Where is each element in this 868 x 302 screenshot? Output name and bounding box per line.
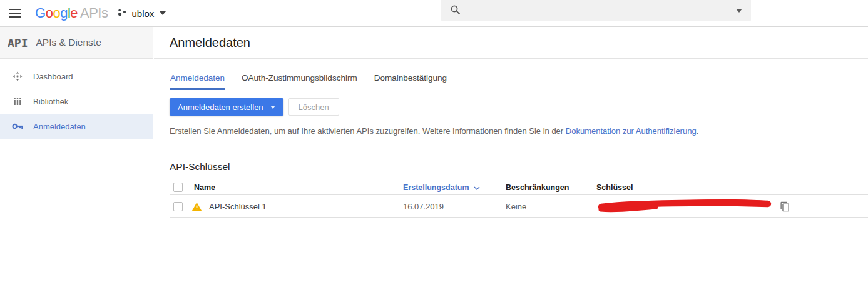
logo-letter: g (60, 5, 68, 21)
top-app-bar: Google APIs ublox (0, 0, 868, 27)
delete-button[interactable]: Löschen (288, 98, 339, 116)
sidebar-item-credentials[interactable]: Anmeldedaten (0, 114, 153, 139)
sidebar-product-title: APIs & Dienste (36, 37, 101, 48)
tab-domain-verification[interactable]: Domainbestätigung (374, 68, 447, 90)
page-title: Anmeldedaten (170, 36, 250, 50)
select-all-checkbox[interactable] (173, 183, 183, 192)
key-name[interactable]: API-Schlüssel 1 (209, 202, 267, 211)
description-before: Erstellen Sie Anmeldedaten, um auf Ihre … (170, 126, 566, 136)
key-restrictions: Keine (506, 202, 596, 211)
library-icon (10, 96, 25, 106)
main-content: Anmeldedaten Anmeldedaten OAuth-Zustimmu… (154, 27, 868, 302)
api-keys-table: Name Erstellungsdatum Beschränkungen Sch… (170, 180, 868, 218)
chevron-down-icon (270, 106, 275, 109)
sort-chevron-icon (474, 183, 480, 192)
api-keys-section-title: API-Schlüssel (170, 161, 868, 173)
key-created-date: 16.07.2019 (403, 202, 506, 211)
tab-oauth-consent[interactable]: OAuth-Zustimmungsbildschirm (241, 68, 358, 90)
search-icon (450, 4, 461, 18)
page-header: Anmeldedaten (154, 27, 868, 59)
column-header-created[interactable]: Erstellungsdatum (403, 183, 506, 192)
create-credentials-label: Anmeldedaten erstellen (178, 103, 263, 112)
copy-icon[interactable] (780, 201, 790, 212)
key-value-redacted (596, 195, 780, 218)
auth-docs-link[interactable]: Dokumentation zur Authentifizierung (566, 126, 697, 136)
google-apis-logo: Google APIs (35, 5, 108, 21)
logo-letter: e (70, 5, 78, 21)
sidebar-item-label: Anmeldedaten (33, 122, 86, 131)
sidebar-product-header: API APIs & Dienste (0, 27, 153, 59)
description-text: Erstellen Sie Anmeldedaten, um auf Ihre … (170, 126, 868, 136)
sidebar-nav: Dashboard Bibliothek (0, 64, 153, 139)
tab-bar: Anmeldedaten OAuth-Zustimmungsbildschirm… (170, 68, 868, 90)
project-name: ublox (131, 8, 154, 19)
menu-icon[interactable] (9, 9, 21, 18)
table-row: API-Schlüssel 1 16.07.2019 Keine (170, 195, 868, 218)
create-credentials-button[interactable]: Anmeldedaten erstellen (170, 98, 283, 116)
column-header-created-label: Erstellungsdatum (403, 183, 469, 192)
search-input[interactable] (441, 0, 751, 21)
key-name-cell: API-Schlüssel 1 (194, 202, 403, 211)
project-selector[interactable]: ublox (118, 7, 166, 20)
column-header-restrictions[interactable]: Beschränkungen (506, 183, 596, 192)
tab-credentials[interactable]: Anmeldedaten (170, 68, 225, 90)
toolbar: Anmeldedaten erstellen Löschen (170, 98, 868, 116)
key-icon (10, 122, 25, 131)
project-dots-icon (118, 7, 127, 20)
sidebar-item-library[interactable]: Bibliothek (0, 89, 153, 114)
table-header-row: Name Erstellungsdatum Beschränkungen Sch… (170, 180, 868, 195)
search-dropdown-icon[interactable] (736, 9, 742, 13)
api-product-icon: API (8, 36, 28, 49)
sidebar-item-label: Dashboard (33, 72, 73, 81)
logo-letter: o (46, 5, 53, 21)
column-header-key[interactable]: Schlüssel (596, 183, 780, 192)
sidebar: API APIs & Dienste Dashboard (0, 27, 153, 302)
sidebar-item-label: Bibliothek (33, 97, 68, 106)
sidebar-item-dashboard[interactable]: Dashboard (0, 64, 153, 89)
row-checkbox[interactable] (173, 202, 183, 211)
column-header-name[interactable]: Name (194, 183, 403, 192)
logo-letter: G (35, 5, 46, 21)
description-after: . (697, 126, 699, 136)
redaction-scribble (596, 195, 775, 218)
logo-suffix: APIs (80, 5, 108, 21)
warning-icon (191, 202, 202, 211)
dashboard-icon (10, 71, 25, 82)
logo-letter: o (53, 5, 60, 21)
chevron-down-icon (160, 11, 166, 15)
